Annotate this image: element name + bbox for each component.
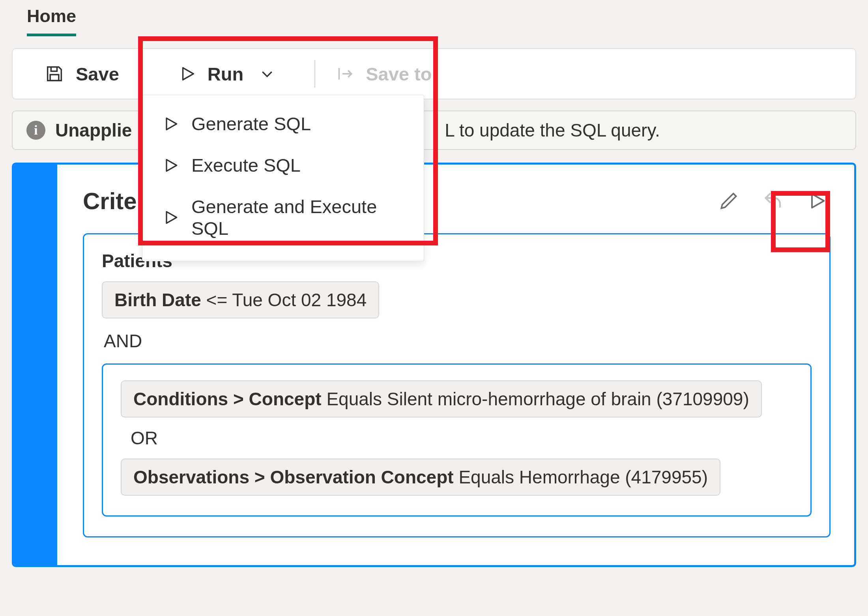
run-label: Run — [208, 63, 243, 85]
chevron-down-icon — [259, 66, 275, 82]
menu-item-label: Generate SQL — [191, 113, 311, 135]
menu-item-label: Generate and Execute SQL — [191, 196, 404, 239]
banner-text-tail: L to update the SQL query. — [445, 120, 660, 141]
criteria-card: Crite — [12, 163, 856, 567]
play-icon — [162, 115, 180, 133]
save-button[interactable]: Save — [28, 58, 135, 90]
menu-item-generate-sql[interactable]: Generate SQL — [142, 103, 424, 144]
menu-item-generate-execute-sql[interactable]: Generate and Execute SQL — [142, 186, 424, 249]
undo-button — [759, 186, 788, 215]
criteria-chip-observation[interactable]: Observations > Observation Concept Equal… — [121, 459, 720, 496]
run-criteria-button[interactable] — [804, 187, 831, 214]
menu-item-label: Execute SQL — [191, 154, 301, 176]
or-operator: OR — [131, 427, 793, 449]
info-banner: i Unapplie L to update the SQL query. — [12, 110, 856, 150]
svg-rect-0 — [50, 75, 59, 81]
card-title: Crite — [83, 187, 137, 215]
info-icon: i — [26, 121, 45, 140]
toolbar-separator — [314, 60, 315, 88]
criteria-outer-group: Patients Birth Date <= Tue Oct 02 1984 A… — [83, 233, 831, 537]
criteria-inner-group: Conditions > Concept Equals Silent micro… — [102, 363, 812, 517]
play-icon — [162, 209, 180, 226]
save-icon — [44, 64, 65, 84]
run-button[interactable]: Run — [163, 58, 291, 90]
play-icon — [162, 157, 180, 174]
saveto-label: Save to — [366, 63, 432, 85]
and-operator: AND — [104, 330, 812, 352]
criteria-chip-birthdate[interactable]: Birth Date <= Tue Oct 02 1984 — [102, 281, 379, 318]
toolbar: Save Run Save to — [12, 48, 856, 99]
criteria-chip-condition[interactable]: Conditions > Concept Equals Silent micro… — [121, 380, 762, 418]
banner-text: Unapplie — [55, 120, 135, 141]
edit-button[interactable] — [715, 187, 743, 215]
tab-home[interactable]: Home — [27, 6, 76, 36]
criteria-card-wrap: Crite — [12, 163, 856, 567]
card-accent — [14, 165, 57, 565]
saveto-button: Save to — [319, 58, 447, 90]
tab-bar: Home — [0, 0, 868, 36]
export-arrow-icon — [335, 64, 355, 84]
save-label: Save — [76, 63, 119, 85]
run-dropdown: Generate SQL Execute SQL Generate and Ex… — [142, 95, 424, 261]
play-icon — [178, 65, 196, 83]
card-actions — [715, 186, 831, 215]
menu-item-execute-sql[interactable]: Execute SQL — [142, 144, 424, 186]
